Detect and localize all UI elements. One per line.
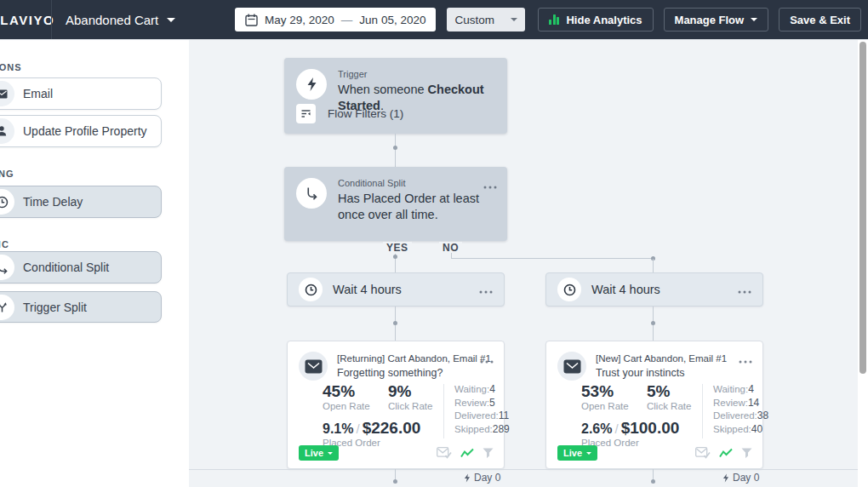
email-icon: [0, 89, 8, 99]
filter-lines-icon: [300, 108, 311, 119]
menu-dots-icon[interactable]: [480, 352, 494, 367]
placed-order-value: $226.00: [363, 419, 421, 437]
conditional-split-node[interactable]: Conditional Split Has Placed Order at le…: [284, 167, 507, 241]
connector-dot: [393, 321, 397, 325]
connector-dot: [651, 321, 655, 325]
skipped-count: 289: [493, 423, 510, 437]
node-kind-label: Trigger: [338, 69, 495, 79]
flow-name-dropdown[interactable]: Abandoned Cart: [66, 13, 175, 27]
save-exit-label: Save & Exit: [790, 14, 850, 26]
branch-label-yes: YES: [383, 242, 412, 254]
clock-icon: [563, 284, 576, 296]
flow-filters-button[interactable]: Flow Filters (1): [296, 104, 403, 123]
component-sidebar: ACTIONS Email Update Profile Property TI…: [0, 40, 189, 487]
mail-check-icon[interactable]: [437, 447, 452, 459]
menu-dots-icon[interactable]: [739, 352, 752, 367]
email-title: [Returning] Cart Abandon, Email #1: [337, 353, 491, 364]
calendar-icon: [245, 14, 258, 26]
clock-icon: [0, 196, 9, 209]
split-icon: [0, 301, 9, 313]
date-start: May 29, 2020: [265, 14, 334, 26]
manage-flow-button[interactable]: Manage Flow: [664, 8, 769, 32]
click-rate-label: Click Rate: [388, 401, 432, 411]
scrollbar-track[interactable]: [858, 40, 868, 487]
connector-dot: [651, 479, 655, 484]
save-exit-button[interactable]: Save & Exit: [779, 8, 861, 32]
placed-order-rate: 2.6%: [581, 421, 612, 436]
open-rate-label: Open Rate: [581, 401, 647, 411]
split-text: Has Placed Order at least once over all …: [338, 191, 495, 223]
placed-order-rate: 9.1%: [323, 421, 353, 436]
status-badge-live[interactable]: Live: [299, 445, 339, 461]
sidebar-item-label: Conditional Split: [23, 261, 109, 274]
menu-dots-icon[interactable]: [738, 282, 751, 297]
stats-divider: [702, 384, 703, 438]
email-subject: Trust your instincts: [596, 367, 727, 379]
waiting-count: 4: [489, 383, 495, 397]
lightning-icon: [464, 473, 471, 483]
email-node-new[interactable]: [New] Cart Abandon, Email #1 Trust your …: [545, 341, 763, 469]
zigzag-icon[interactable]: [460, 448, 474, 458]
sidebar-section-actions: ACTIONS: [0, 62, 22, 72]
range-preset-select[interactable]: Custom: [447, 8, 525, 32]
sidebar-item-time-delay[interactable]: Time Delay: [0, 186, 162, 218]
analytics-bars-icon: [549, 14, 559, 25]
sidebar-item-label: Email: [23, 87, 53, 100]
sidebar-item-conditional-split[interactable]: Conditional Split: [0, 251, 162, 284]
person-icon: [0, 125, 8, 137]
wait-node-no[interactable]: Wait 4 hours: [545, 272, 763, 307]
date-separator: —: [341, 14, 353, 26]
mail-check-icon[interactable]: [695, 447, 711, 459]
click-rate-value: 5%: [647, 382, 691, 400]
chevron-down-icon: [511, 18, 517, 21]
email-node-returning[interactable]: [Returning] Cart Abandon, Email #1 Forge…: [287, 341, 505, 469]
sidebar-item-trigger-split[interactable]: Trigger Split: [0, 291, 162, 323]
manage-flow-label: Manage Flow: [675, 14, 745, 26]
lightning-icon: [306, 77, 317, 91]
review-count: 5: [489, 397, 495, 410]
flow-filters-label: Flow Filters (1): [328, 107, 403, 120]
open-rate-label: Open Rate: [323, 401, 388, 411]
chevron-down-icon: [586, 452, 591, 455]
sidebar-item-label: Update Profile Property: [23, 124, 147, 138]
chevron-down-icon: [167, 18, 175, 22]
scrollbar-thumb[interactable]: [859, 42, 866, 374]
funnel-icon[interactable]: [741, 448, 752, 459]
stats-divider: [443, 384, 444, 438]
email-title: [New] Cart Abandon, Email #1: [596, 353, 727, 364]
trigger-node[interactable]: Trigger When someone Checkout Started. F…: [284, 58, 507, 134]
connector-dot: [393, 479, 397, 484]
sidebar-item-update-profile-property[interactable]: Update Profile Property: [0, 115, 162, 147]
click-rate-label: Click Rate: [647, 401, 691, 411]
menu-dots-icon[interactable]: [479, 282, 493, 297]
clock-icon: [305, 284, 317, 296]
sidebar-item-email[interactable]: Email: [0, 77, 162, 110]
review-count: 14: [748, 397, 759, 410]
envelope-icon: [563, 359, 581, 374]
status-badge-live[interactable]: Live: [557, 445, 597, 461]
connector-dot: [393, 255, 397, 259]
sidebar-section-logic: LOGIC: [0, 239, 9, 249]
email-subject: Forgetting something?: [337, 367, 491, 379]
zigzag-icon[interactable]: [719, 448, 733, 458]
klaviyo-logo: KLAVIYO: [0, 13, 51, 27]
date-range-picker[interactable]: May 29, 2020 — Jun 05, 2020: [235, 8, 436, 32]
wait-label: Wait 4 hours: [333, 283, 402, 296]
day-separator-line: [189, 469, 858, 470]
flow-canvas[interactable]: Trigger When someone Checkout Started. F…: [189, 40, 868, 487]
placed-order-value: $100.00: [621, 419, 680, 437]
branch-label-no: NO: [439, 242, 462, 254]
sidebar-item-label: Trigger Split: [23, 301, 87, 314]
day-marker-right: Day 0: [722, 472, 759, 484]
date-end: Jun 05, 2020: [359, 14, 425, 26]
open-rate-value: 45%: [323, 382, 388, 400]
chevron-down-icon: [751, 18, 757, 21]
delivered-count: 11: [499, 410, 509, 423]
lightning-icon: [722, 473, 729, 483]
funnel-icon[interactable]: [483, 448, 494, 459]
waiting-count: 4: [748, 383, 754, 397]
menu-dots-icon[interactable]: [483, 177, 497, 192]
wait-node-yes[interactable]: Wait 4 hours: [287, 272, 505, 307]
branch-icon: [305, 186, 318, 200]
hide-analytics-button[interactable]: Hide Analytics: [538, 8, 653, 32]
